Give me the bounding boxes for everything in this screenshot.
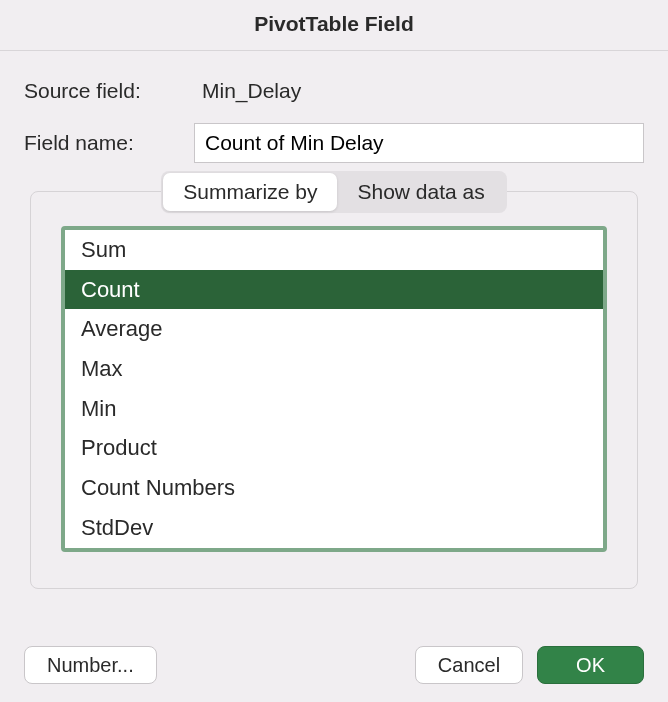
list-item-count-numbers[interactable]: Count Numbers bbox=[65, 468, 603, 508]
dialog-footer: Number... Cancel OK bbox=[24, 646, 644, 684]
list-item-product[interactable]: Product bbox=[65, 428, 603, 468]
tab-show-data-as[interactable]: Show data as bbox=[337, 173, 504, 211]
summarize-panel: Summarize by Show data as Sum Count Aver… bbox=[30, 191, 638, 589]
list-item-min[interactable]: Min bbox=[65, 389, 603, 429]
source-field-label: Source field: bbox=[24, 79, 194, 103]
list-item-stddev[interactable]: StdDev bbox=[65, 508, 603, 548]
dialog-content: Source field: Min_Delay Field name: Summ… bbox=[0, 51, 668, 589]
source-field-row: Source field: Min_Delay bbox=[24, 79, 644, 103]
source-field-value: Min_Delay bbox=[194, 79, 301, 103]
list-item-sum[interactable]: Sum bbox=[65, 230, 603, 270]
field-name-label: Field name: bbox=[24, 131, 194, 155]
list-item-max[interactable]: Max bbox=[65, 349, 603, 389]
ok-button[interactable]: OK bbox=[537, 646, 644, 684]
field-name-row: Field name: bbox=[24, 123, 644, 163]
tab-summarize-by[interactable]: Summarize by bbox=[163, 173, 337, 211]
tabs: Summarize by Show data as bbox=[161, 171, 506, 213]
list-item-average[interactable]: Average bbox=[65, 309, 603, 349]
number-format-button[interactable]: Number... bbox=[24, 646, 157, 684]
tabs-container: Summarize by Show data as bbox=[61, 171, 607, 213]
function-listbox[interactable]: Sum Count Average Max Min Product Count … bbox=[61, 226, 607, 552]
cancel-button[interactable]: Cancel bbox=[415, 646, 523, 684]
dialog-title: PivotTable Field bbox=[0, 0, 668, 51]
list-item-count[interactable]: Count bbox=[65, 270, 603, 310]
field-name-input[interactable] bbox=[194, 123, 644, 163]
